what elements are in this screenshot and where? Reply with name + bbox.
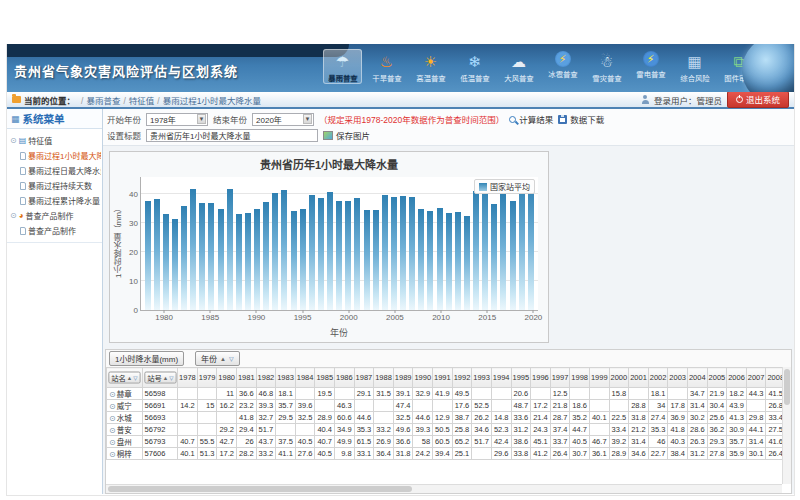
value-cell: 33.4	[766, 412, 782, 424]
value-cell: 58	[413, 436, 433, 448]
station-name-cell: ⊙水城	[107, 412, 143, 424]
value-cell: 39.4	[433, 448, 453, 460]
chart-legend: 国家站平均	[474, 179, 535, 194]
nav-item-hail[interactable]: ⚡冰雹普查	[543, 49, 582, 84]
start-year-select[interactable]: 1978年 ▼	[146, 113, 208, 126]
year-column-header: 1983	[276, 368, 296, 388]
value-cell: 40.5	[295, 436, 315, 448]
expand-icon[interactable]: ⊙	[109, 390, 116, 399]
pivot-panel: 1小时降水量(mm) 年份 ▲ ▽ 站名▲▽站号▲▽19781979198019…	[105, 349, 792, 494]
expand-icon[interactable]: ⊙	[109, 438, 116, 447]
station-code-cell: 56598	[142, 388, 178, 400]
tree-item[interactable]: 暴雨过程累计降水量	[8, 193, 101, 208]
breadcrumb-item[interactable]: 特征值	[129, 96, 155, 106]
value-cell: 27.8	[707, 448, 727, 460]
x-axis-label: 年份	[140, 326, 538, 339]
calc-result-button[interactable]: 计算结果	[509, 113, 553, 125]
value-cell: 15	[197, 400, 217, 412]
expand-icon[interactable]: ⊙	[109, 426, 116, 435]
value-cell: 47.4	[393, 400, 413, 412]
scrollbar-thumb[interactable]	[108, 486, 412, 492]
y-axis-label: 1小时降水量（mm）	[113, 204, 124, 278]
tree-item[interactable]: 暴雨过程持续天数	[8, 178, 101, 193]
measure-chip[interactable]: 1小时降水量(mm)	[109, 351, 184, 366]
document-icon	[20, 182, 26, 190]
x-tick-label: 1985	[201, 313, 219, 322]
tree-item[interactable]: 暴雨过程1小时最大降水量	[8, 148, 101, 163]
year-column-header: 2004	[688, 368, 708, 388]
save-image-button[interactable]: 保存图片	[323, 129, 370, 141]
tree-item[interactable]: 暴雨过程日最大降水量	[8, 163, 101, 178]
value-cell: 41.9	[433, 388, 453, 400]
nav-item-comprehensive-risk[interactable]: ▦综合风险	[675, 49, 714, 84]
year-column-header: 1996	[531, 368, 551, 388]
value-cell: 18.2	[727, 388, 747, 400]
tree-group-label: 普查产品制作	[26, 210, 74, 221]
expand-icon[interactable]: ⊙	[109, 414, 116, 423]
sort-asc-icon[interactable]: ▲	[220, 356, 226, 362]
value-cell: 29.1	[354, 388, 374, 400]
row-field-chip-name[interactable]: 站名▲▽	[108, 372, 140, 384]
chart-title-input[interactable]: 贵州省历年1小时最大降水量	[146, 129, 318, 142]
sidebar-tree: ⊙▤特征值暴雨过程1小时最大降水量暴雨过程日最大降水量暴雨过程持续天数暴雨过程累…	[7, 129, 102, 243]
location-folder-icon	[12, 96, 21, 103]
nav-item-high-temp[interactable]: ☀高温普查	[411, 49, 450, 84]
nav-item-snow[interactable]: ☃雪灾普查	[587, 49, 626, 84]
year-column-header: 2003	[668, 368, 688, 388]
value-cell: 33.7	[550, 436, 570, 448]
value-cell: 31.8	[393, 448, 413, 460]
value-cell: 19.5	[315, 388, 335, 400]
value-cell	[374, 400, 394, 412]
user-area: 登录用户：管理员 退出系统	[642, 91, 789, 108]
value-cell: 21.2	[629, 424, 649, 436]
sort-asc-icon[interactable]: ▲	[127, 375, 132, 381]
expand-icon[interactable]: ⊙	[109, 402, 116, 411]
tree-item[interactable]: 普查产品制作	[8, 223, 101, 238]
row-field-header-name: 站名▲▽	[107, 368, 143, 388]
value-cell: 21.8	[550, 400, 570, 412]
value-cell: 41.2	[531, 448, 551, 460]
expander-icon[interactable]: ⊙	[10, 137, 17, 145]
station-code-cell: 56792	[142, 424, 178, 436]
nav-item-rainstorm[interactable]: ☂暴雨普查	[323, 49, 362, 84]
bar-1987	[227, 189, 233, 310]
time-range-note: （规定采用1978-2020年数据作为普查时间范围）	[319, 113, 504, 125]
nav-item-drought[interactable]: ♨干旱普查	[367, 49, 406, 84]
y-tick-label: 10	[129, 277, 138, 286]
app-header: 贵州省气象灾害风险评估与区划系统 ☂暴雨普查♨干旱普查☀高温普查❄低温普查☁大风…	[7, 44, 794, 92]
data-download-button[interactable]: 数据下载	[558, 113, 604, 125]
list-icon: ▤	[19, 137, 27, 145]
image-icon	[323, 131, 333, 140]
scrollbar-thumb[interactable]	[784, 369, 790, 405]
value-cell: 33.2	[374, 424, 394, 436]
nav-item-lightning[interactable]: ⚡雷电普查	[631, 49, 670, 84]
tree-group[interactable]: ⊙▤特征值	[8, 133, 101, 148]
nav-item-gale[interactable]: ☁大风普查	[499, 49, 538, 84]
value-cell	[609, 400, 629, 412]
chart-title-label: 设置标题	[107, 129, 141, 141]
vertical-scrollbar[interactable]	[782, 367, 791, 484]
expand-icon[interactable]: ⊙	[109, 450, 116, 459]
column-field-chip[interactable]: 年份 ▲ ▽	[195, 351, 240, 366]
row-field-chip-code[interactable]: 站号▲▽	[144, 372, 176, 384]
nav-item-low-temp[interactable]: ❄低温普查	[455, 49, 494, 84]
horizontal-scrollbar[interactable]	[106, 484, 782, 493]
filter-icon[interactable]: ▽	[169, 375, 173, 381]
filter-icon[interactable]: ▽	[229, 356, 234, 362]
end-year-label: 结束年份	[213, 113, 247, 125]
filter-icon[interactable]: ▽	[133, 375, 137, 381]
value-cell: 39.1	[393, 388, 413, 400]
expander-icon[interactable]: ⊙	[10, 212, 17, 220]
year-column-header: 2007	[746, 368, 766, 388]
year-column-header: 1985	[315, 368, 335, 388]
logout-button[interactable]: 退出系统	[727, 91, 789, 108]
table-row: ⊙赫章565981136.646.818.119.529.131.539.132…	[107, 388, 783, 400]
value-cell	[178, 424, 198, 436]
breadcrumb-item[interactable]: 暴雨过程1小时最大降水量	[163, 96, 261, 106]
sort-asc-icon[interactable]: ▲	[162, 375, 167, 381]
value-cell: 36.2	[707, 424, 727, 436]
nav-item-label: 低温普查	[460, 72, 489, 82]
end-year-select[interactable]: 2020年 ▼	[252, 113, 314, 126]
breadcrumb-item[interactable]: 暴雨普查	[86, 96, 120, 106]
tree-group[interactable]: ⊙◕普查产品制作	[8, 208, 101, 223]
